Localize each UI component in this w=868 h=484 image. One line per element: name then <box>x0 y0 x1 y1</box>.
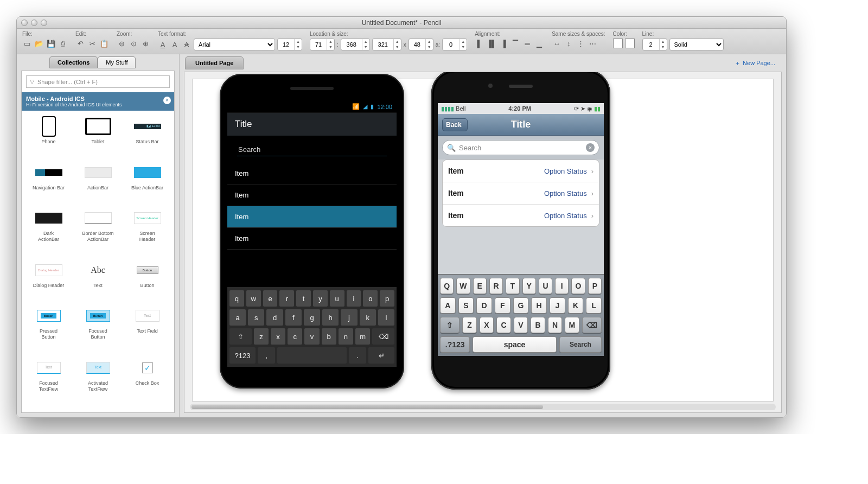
new-page-button[interactable]: ＋ New Page... <box>735 59 781 67</box>
keyboard-key[interactable]: G <box>513 297 529 314</box>
text-underline-icon[interactable]: A <box>158 40 168 49</box>
same-h-icon[interactable]: ↕ <box>564 39 573 48</box>
keyboard-key[interactable]: E <box>473 278 487 294</box>
undo-icon[interactable]: ↶ <box>75 39 85 48</box>
shape-item[interactable]: TextFocused TextFiew <box>24 358 73 407</box>
font-select[interactable]: Arial <box>194 39 275 50</box>
back-button[interactable]: Back <box>442 118 468 131</box>
cut-icon[interactable]: ✂ <box>87 39 97 48</box>
line-width-input[interactable]: ▲▼ <box>642 39 667 50</box>
keyboard-key[interactable]: X <box>480 317 494 333</box>
zoom-out-icon[interactable]: ⊖ <box>117 39 126 48</box>
keyboard-key[interactable]: F <box>495 297 510 314</box>
collection-header[interactable]: Mobile - Android ICS Hi-Fi version of th… <box>22 92 174 111</box>
canvas[interactable]: 📶 ◢ ▮ 12:00 Title Search ItemItemItemIte… <box>192 79 774 402</box>
keyboard-key[interactable]: T <box>506 278 519 294</box>
keyboard-key[interactable]: ⌫ <box>582 317 602 333</box>
fill-color-swatch[interactable] <box>613 39 623 48</box>
keyboard-key[interactable]: p <box>380 290 394 307</box>
keyboard-key[interactable]: . <box>349 347 366 364</box>
keyboard-key[interactable]: l <box>378 309 394 326</box>
align-center-icon[interactable]: ▐▌ <box>487 39 496 48</box>
list-item[interactable]: Item <box>227 228 397 250</box>
shape-item[interactable]: TextActivated TextFiew <box>73 358 123 407</box>
collection-close-icon[interactable]: × <box>163 97 171 104</box>
clear-icon[interactable]: × <box>586 143 595 152</box>
shape-item[interactable]: Navigation Bar <box>24 162 73 206</box>
tab-collections[interactable]: Collections <box>49 56 98 68</box>
loc-y-input[interactable]: ▲▼ <box>341 39 370 50</box>
keyboard-key[interactable]: t <box>296 290 311 307</box>
shape-item[interactable]: Tablet <box>73 116 123 160</box>
keyboard-key[interactable]: S <box>458 297 474 314</box>
keyboard-key[interactable]: d <box>266 309 283 326</box>
shape-filter-input[interactable]: ▽ Shape filter... (Ctrl + F) <box>26 75 170 88</box>
keyboard-key[interactable]: ⇧ <box>229 328 252 345</box>
list-item[interactable]: Item <box>227 184 397 206</box>
keyboard-key[interactable]: N <box>548 317 562 333</box>
keyboard-key[interactable]: Y <box>522 278 536 294</box>
print-icon[interactable]: ⎙ <box>58 39 68 48</box>
keyboard-key[interactable]: Search <box>559 336 602 353</box>
keyboard-key[interactable]: R <box>489 278 503 294</box>
keyboard-key[interactable]: D <box>476 297 492 314</box>
keyboard-key[interactable]: O <box>571 278 585 294</box>
shape-item[interactable]: Pressed Button <box>24 305 73 355</box>
zoom-in-icon[interactable]: ⊕ <box>141 39 150 48</box>
keyboard-key[interactable]: r <box>279 290 294 307</box>
shape-item[interactable]: ButtonButton <box>123 260 172 304</box>
keyboard-key[interactable]: q <box>229 290 244 307</box>
keyboard-key[interactable]: L <box>586 297 602 314</box>
list-item[interactable]: ItemOption Status› <box>443 182 599 205</box>
keyboard-key[interactable]: V <box>514 317 528 333</box>
shape-item[interactable]: TextText Field <box>123 305 172 355</box>
keyboard-key[interactable]: o <box>363 290 378 307</box>
keyboard-key[interactable]: y <box>313 290 328 307</box>
keyboard-key[interactable]: i <box>347 290 361 307</box>
page-tab[interactable]: Untitled Page <box>185 56 244 69</box>
keyboard-key[interactable]: g <box>304 309 320 326</box>
keyboard-key[interactable]: h <box>322 309 339 326</box>
new-file-icon[interactable]: ▭ <box>22 39 32 48</box>
shape-item[interactable]: Phone <box>24 116 73 160</box>
list-item[interactable]: ItemOption Status› <box>443 160 599 182</box>
keyboard-key[interactable]: ⇧ <box>440 317 459 333</box>
keyboard-key[interactable]: space <box>473 336 556 353</box>
keyboard-key[interactable]: , <box>258 347 275 364</box>
keyboard-key[interactable]: e <box>263 290 278 307</box>
list-item[interactable]: ItemOption Status› <box>443 205 599 226</box>
keyboard-key[interactable]: k <box>360 309 376 326</box>
ios-keyboard[interactable]: QWERTYUIOPASDFGHJKL⇧ZXCVBNM⌫.?123spaceSe… <box>438 274 604 356</box>
shape-item[interactable]: ✓Check Box <box>123 358 172 407</box>
shape-item[interactable]: Dark ActionBar <box>24 208 73 258</box>
keyboard-key[interactable]: J <box>550 297 565 314</box>
android-keyboard[interactable]: qwertyuiopasdfghjkl⇧zxcvbnm⌫?123,.↵ <box>227 287 397 367</box>
keyboard-key[interactable]: c <box>288 328 302 345</box>
keyboard-key[interactable]: M <box>565 317 579 333</box>
keyboard-key[interactable]: w <box>246 290 261 307</box>
keyboard-key[interactable]: z <box>254 328 269 345</box>
keyboard-key[interactable]: A <box>440 297 456 314</box>
shape-item[interactable]: Screen HeaderScreen Header <box>123 208 172 258</box>
horizontal-scrollbar[interactable] <box>190 404 776 410</box>
keyboard-key[interactable]: W <box>456 278 470 294</box>
keyboard-key[interactable]: ⌫ <box>372 328 394 345</box>
space-h-icon[interactable]: ⋮ <box>576 39 585 48</box>
size-w-input[interactable]: ▲▼ <box>372 39 401 50</box>
list-item[interactable]: Item <box>227 163 397 184</box>
keyboard-key[interactable]: U <box>539 278 552 294</box>
size-h-input[interactable]: ▲▼ <box>409 39 433 50</box>
font-size-input[interactable]: ▲▼ <box>277 39 302 50</box>
shape-item[interactable]: Border Bottom ActionBar <box>73 208 123 258</box>
shape-item[interactable]: Focused Button <box>73 305 123 355</box>
align-right-icon[interactable]: ▐ <box>499 39 508 48</box>
keyboard-key[interactable]: K <box>568 297 584 314</box>
keyboard-key[interactable]: B <box>531 317 545 333</box>
android-search-field[interactable]: Search <box>237 143 387 156</box>
shape-item[interactable]: AbcText <box>73 260 123 304</box>
shape-item[interactable]: ▮◢ 12:00Status Bar <box>123 116 172 160</box>
ios-search-field[interactable]: 🔍 Search × <box>442 140 599 155</box>
align-middle-icon[interactable]: ═ <box>522 39 532 48</box>
loc-x-input[interactable]: ▲▼ <box>310 39 335 50</box>
same-w-icon[interactable]: ↔ <box>552 39 561 48</box>
